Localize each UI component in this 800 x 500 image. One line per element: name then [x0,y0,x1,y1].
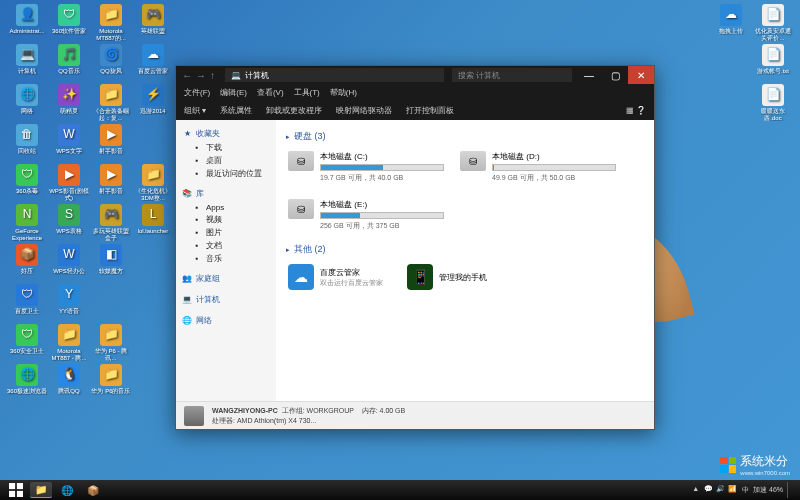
desktop-icon[interactable]: ▶ 射手影音 [90,124,132,164]
desktop-icon[interactable]: L lol.launcher [132,204,174,244]
app-icon: 🎮 [142,4,164,26]
desktop-icon[interactable]: W WPS轻办公 [48,244,90,284]
library-icon: 📚 [182,189,192,199]
sidebar-item[interactable]: ▪视频 [176,213,276,226]
desktop-icon[interactable]: 📄 暖暖送东西.doc [752,84,794,124]
nav-back-icon[interactable]: ← [182,70,192,81]
maximize-button[interactable]: ▢ [602,66,628,84]
sidebar-homegroup[interactable]: 👥家庭组 [176,271,276,286]
ime-indicator[interactable]: 中 [742,485,749,495]
sidebar-network[interactable]: 🌐网络 [176,313,276,328]
desktop-icon[interactable]: 🎮 英雄联盟 [132,4,174,44]
tray-icon[interactable]: ▲ [692,485,702,495]
desktop-icon[interactable]: ◧ 软媒魔方 [90,244,132,284]
desktop-icon[interactable]: 📁 华为 P6 - 腾讯... [90,324,132,364]
taskbar-app[interactable]: 📦 [82,482,104,498]
sidebar-item[interactable]: ▪文档 [176,239,276,252]
desktop-icon[interactable]: 📁 Motorola MT887的... [90,4,132,44]
others-section-header[interactable]: 其他 (2) [286,243,644,256]
sidebar-item[interactable]: ▪图片 [176,226,276,239]
desktop-icon[interactable]: 🎵 QQ音乐 [48,44,90,84]
nav-up-icon[interactable]: ↑ [210,70,215,81]
desktop-icon[interactable]: ▶ WPS影音(剧模式) [48,164,90,204]
sidebar-item[interactable]: ▪Apps [176,201,276,213]
sidebar-libraries[interactable]: 📚库 [176,186,276,201]
tray-icon[interactable]: 💬 [704,485,714,495]
minimize-button[interactable]: — [576,66,602,84]
sidebar-item[interactable]: ▪下载 [176,141,276,154]
desktop-icon[interactable]: W WPS文字 [48,124,90,164]
desktop-icon[interactable]: 📁 《生化危机》3DM整... [132,164,174,204]
sidebar-computer[interactable]: 💻计算机 [176,292,276,307]
view-icons[interactable]: ▦ ❔ [626,106,646,115]
desktop-icon[interactable]: 🗑 回收站 [6,124,48,164]
drive-item[interactable]: ⛁ 本地磁盘 (C:) 19.7 GB 可用，共 40.0 GB [286,149,446,185]
desktop-icon[interactable]: 📦 好压 [6,244,48,284]
drive-item[interactable]: ⛁ 本地磁盘 (E:) 256 GB 可用，共 375 GB [286,197,446,233]
app-icon: 🌐 [16,364,38,386]
desktop-icon[interactable]: N GeForce Experience [6,204,48,244]
computer-icon [184,406,204,426]
device-item[interactable]: 📱 管理我的手机 [405,262,489,292]
desktop-icon[interactable]: 📁 华为 P6的音乐 [90,364,132,404]
desktop-icon[interactable]: S WPS表格 [48,204,90,244]
menu-item[interactable]: 编辑(E) [220,87,247,98]
close-button[interactable]: ✕ [628,66,654,84]
taskbar-browser[interactable]: 🌐 [56,482,78,498]
desktop-icon[interactable]: 🛡 百度卫士 [6,284,48,324]
toolbar-button[interactable]: 系统属性 [220,105,252,116]
app-icon: 📁 [100,364,122,386]
desktop-icon[interactable]: 📄 游戏帐号.txt [752,44,794,84]
desktop-icon[interactable]: ⚡ 迅游2014 [132,84,174,124]
tray-icon[interactable]: 📶 [728,485,738,495]
desktop-icon[interactable]: 🐧 腾讯QQ [48,364,90,404]
desktop-icon[interactable]: 🌀 QQ旋风 [90,44,132,84]
app-icon: 🎵 [58,44,80,66]
drives-section-header[interactable]: 硬盘 (3) [286,130,644,143]
sidebar-item[interactable]: ▪音乐 [176,252,276,265]
toolbar-button[interactable]: 映射网络驱动器 [336,105,392,116]
sidebar-item[interactable]: ▪最近访问的位置 [176,167,276,180]
desktop-icon[interactable]: ✨ 萌精灵 [48,84,90,124]
start-button[interactable] [4,481,28,499]
desktop-icon[interactable]: ☁ 拖拽上传 [710,4,752,44]
desktop-icon[interactable]: 👤 Administrat... [6,4,48,44]
desktop-icon[interactable]: ▶ 射手影音 [90,164,132,204]
icon-label: 360软件管家 [49,28,89,35]
device-item[interactable]: ☁ 百度云管家 双击运行百度云管家 [286,262,385,292]
desktop-icon[interactable]: 🌐 360极速浏览器 [6,364,48,404]
address-bar[interactable]: 💻 计算机 [225,68,444,82]
taskbar-explorer[interactable]: 📁 [30,482,52,498]
desktop-icon[interactable]: 📁 《合金装备崛起：复... [90,84,132,124]
desktop-icon[interactable]: 🌐 网络 [6,84,48,124]
icon-label: 好压 [7,268,47,275]
icon-label: 英雄联盟 [133,28,173,35]
menu-item[interactable]: 文件(F) [184,87,210,98]
toolbar: 组织 ▾系统属性卸载或更改程序映射网络驱动器打开控制面板▦ ❔ [176,100,654,120]
sidebar-favorites[interactable]: ★收藏夹 [176,126,276,141]
menu-item[interactable]: 查看(V) [257,87,284,98]
tray-icon[interactable]: 🔊 [716,485,726,495]
desktop-icon[interactable]: 🛡 360杀毒 [6,164,48,204]
desktop-icon[interactable]: 🛡 360软件管家 [48,4,90,44]
desktop-icon[interactable]: 🛡 360安全卫士 [6,324,48,364]
desktop-icon[interactable]: Y YY语音 [48,284,90,324]
accel-widget[interactable]: 加速 46% [753,485,783,495]
desktop-icon[interactable]: 💻 计算机 [6,44,48,84]
toolbar-button[interactable]: 组织 ▾ [184,105,206,116]
desktop-icon[interactable]: ☁ 百度云管家 [132,44,174,84]
menu-item[interactable]: 帮助(H) [330,87,357,98]
menu-item[interactable]: 工具(T) [294,87,320,98]
desktop-icon[interactable]: 📄 优化及安卓通关评价... [752,4,794,44]
toolbar-button[interactable]: 卸载或更改程序 [266,105,322,116]
app-icon: 🗑 [16,124,38,146]
nav-forward-icon[interactable]: → [196,70,206,81]
toolbar-button[interactable]: 打开控制面板 [406,105,454,116]
desktop-icon[interactable]: 📁 Motorola MT887 - 腾... [48,324,90,364]
icon-label: 百度云管家 [133,68,173,75]
drive-item[interactable]: ⛁ 本地磁盘 (D:) 49.9 GB 可用，共 50.0 GB [458,149,618,185]
search-input[interactable]: 搜索 计算机 [452,68,572,82]
desktop-icon[interactable]: 🎮 多玩英雄联盟盒子 [90,204,132,244]
show-desktop[interactable] [787,482,792,498]
sidebar-item[interactable]: ▪桌面 [176,154,276,167]
